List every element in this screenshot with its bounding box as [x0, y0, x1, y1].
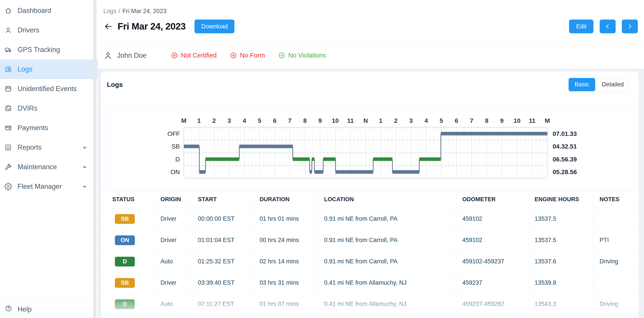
notes-cell: Driving: [593, 251, 639, 272]
sidebar-item-help[interactable]: Help: [0, 300, 93, 318]
column-header: LOCATION: [318, 191, 456, 208]
duration-cell: 01 hrs 01 mins: [253, 208, 318, 230]
notes-cell: [593, 208, 639, 230]
location-cell: 0.41 mi NE from Allamuchy, NJ: [318, 272, 456, 293]
duty-status-segment: [199, 170, 206, 174]
hour-label: 9: [500, 117, 504, 124]
hour-label: 9: [318, 117, 322, 124]
duty-status-segment: [310, 170, 312, 174]
status-badge: ON: [115, 235, 135, 245]
engine-hours-cell: 13543.3: [528, 293, 593, 315]
start-cell: 07:11:27 EST: [192, 293, 253, 315]
location-cell: 0.91 mi NE from Carroll, PA: [318, 208, 456, 230]
duration-cell: 01 hrs 07 mins: [253, 293, 318, 315]
log-table: STATUSORIGINSTARTDURATIONLOCATIONODOMETE…: [101, 190, 639, 318]
wrench-icon: [4, 163, 12, 171]
credit-card-icon: [4, 124, 12, 132]
duty-status-segment: [336, 170, 373, 174]
sidebar-item-fleet-manager[interactable]: Fleet Manager: [0, 177, 98, 196]
sidebar-item-label: Payments: [18, 124, 48, 132]
sidebar-item-gps-tracking[interactable]: GPS Tracking: [0, 40, 98, 60]
column-header: START: [192, 191, 253, 208]
odometer-cell: 459102: [456, 230, 528, 251]
hour-label: 2: [212, 117, 216, 124]
hour-label: 7: [288, 117, 292, 124]
hour-label: N: [363, 117, 368, 124]
breadcrumb-section[interactable]: Logs: [103, 8, 116, 15]
hour-label: 2: [394, 117, 398, 124]
content-area: Logs Basic Detailed M1234567891011N12345…: [98, 69, 644, 318]
row-total: 06.56.39: [553, 156, 577, 163]
logs-card-header: Logs Basic Detailed: [101, 72, 639, 98]
table-row-partial: [101, 315, 639, 318]
person-icon: [4, 27, 12, 34]
sidebar-item-label: Drivers: [18, 26, 39, 34]
circle-x-icon: [171, 52, 178, 59]
duty-status-segment: [323, 157, 336, 161]
origin-cell: Auto: [154, 251, 192, 272]
sidebar-item-payments[interactable]: Payments: [0, 118, 98, 138]
odometer-cell: 459237: [456, 272, 528, 293]
row-total: 07.01.33: [553, 130, 577, 137]
sidebar-item-dvirs[interactable]: DVIRs: [0, 99, 98, 118]
start-cell: 01:01:04 EST: [192, 230, 253, 251]
table-row: ONDriver01:01:04 EST00 hrs 24 mins0.91 m…: [101, 230, 639, 251]
duration-cell: 00 hrs 24 mins: [253, 230, 318, 251]
hour-label: 5: [258, 117, 262, 124]
engine-hours-cell: 13539.8: [528, 272, 593, 293]
location-cell: 0.91 mi NE from Carroll, PA: [318, 230, 456, 251]
sidebar-item-maintenance[interactable]: Maintenance: [0, 157, 98, 177]
sidebar-item-label: GPS Tracking: [18, 46, 60, 54]
breadcrumb-current: Fri Mar 24, 2023: [122, 8, 166, 15]
driver-name[interactable]: John Doe: [117, 52, 146, 60]
table-row: SBDriver03:39:40 EST03 hrs 31 mins0.41 m…: [101, 272, 639, 293]
chevron-down-icon: [82, 145, 87, 150]
chevron-down-icon: [82, 164, 87, 170]
help-label: Help: [18, 305, 32, 313]
notes-cell: [593, 272, 639, 293]
row-label: SB: [172, 143, 180, 150]
next-day-button[interactable]: [622, 20, 638, 33]
duration-cell: 03 hrs 31 mins: [253, 272, 318, 293]
hour-label: 6: [273, 117, 276, 124]
basic-view-button[interactable]: Basic: [568, 78, 595, 91]
notes-cell: PTI: [593, 230, 639, 251]
row-total: 04.32.51: [553, 143, 577, 150]
sidebar-item-logs[interactable]: Logs: [0, 60, 98, 79]
app-window: Dashboard Drivers GPS Tracking Logs: [0, 0, 644, 318]
sidebar-scrollbar[interactable]: [93, 0, 96, 318]
column-header: ORIGIN: [154, 191, 192, 208]
column-header: STATUS: [101, 191, 154, 208]
previous-day-button[interactable]: [600, 20, 616, 33]
sidebar-item-drivers[interactable]: Drivers: [0, 21, 98, 40]
calendar-check-icon: [4, 105, 12, 112]
location-cell: 0.41 mi NE from Allamuchy, NJ: [318, 293, 456, 315]
hour-label: M: [181, 117, 186, 124]
breadcrumb: Logs / Fri Mar 24, 2023: [103, 8, 166, 15]
sidebar-item-label: DVIRs: [18, 104, 38, 112]
detailed-view-button[interactable]: Detailed: [596, 78, 629, 91]
no-violations-badge: No Violations: [278, 52, 326, 59]
duty-status-segment: [293, 157, 310, 161]
row-label: ON: [170, 169, 180, 176]
sidebar-item-reports[interactable]: Reports: [0, 138, 98, 157]
sidebar-item-dashboard[interactable]: Dashboard: [0, 1, 98, 21]
chevron-down-icon: [82, 184, 87, 190]
location-cell: 0.91 mi NE from Carroll, PA: [318, 251, 456, 272]
hour-label: M: [545, 117, 550, 124]
status-cell: SB: [101, 208, 154, 230]
odometer-cell: 459237-459282: [456, 293, 528, 315]
view-toggle: Basic Detailed: [568, 78, 629, 91]
engine-hours-cell: 13537.6: [528, 251, 593, 272]
hour-label: 4: [242, 117, 246, 124]
duty-status-segment: [206, 157, 239, 161]
circle-x-icon: [230, 52, 237, 59]
download-button[interactable]: Download: [194, 20, 234, 33]
logs-list-icon: [4, 66, 12, 73]
sidebar-item-label: Logs: [18, 65, 32, 73]
header-actions: Edit: [569, 20, 638, 33]
back-arrow-icon[interactable]: [103, 22, 113, 31]
sidebar-item-unidentified-events[interactable]: Unidentified Events: [0, 79, 98, 99]
edit-button[interactable]: Edit: [569, 20, 594, 33]
sidebar-item-label: Reports: [18, 143, 42, 151]
